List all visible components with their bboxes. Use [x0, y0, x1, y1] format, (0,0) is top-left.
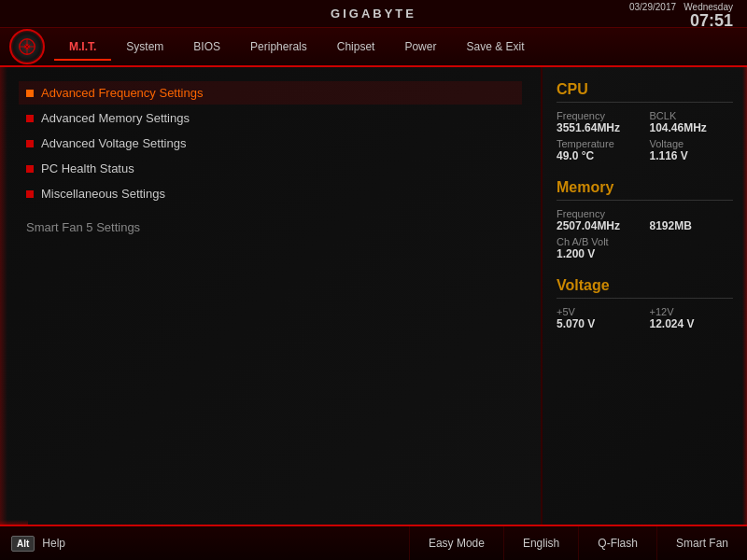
- nav-tab-save-exit[interactable]: Save & Exit: [451, 35, 539, 59]
- help-section: Alt Help: [0, 536, 77, 552]
- easy-mode-button[interactable]: Easy Mode: [409, 526, 503, 560]
- menu-dot: [26, 90, 34, 97]
- cpu-info-grid: Frequency 3551.64MHz BCLK 104.46MHz Temp…: [557, 110, 733, 162]
- v5-value: 5.070 V: [557, 317, 641, 330]
- menu-item-voltage[interactable]: Advanced Voltage Settings: [19, 132, 522, 155]
- menu-dot: [26, 140, 34, 147]
- brand-logo: [9, 29, 45, 64]
- bottom-bar: Alt Help Easy Mode English Q-Flash Smart…: [0, 525, 747, 560]
- cpu-bclk-label: BCLK: [650, 110, 734, 121]
- cpu-temp-label: Temperature: [557, 138, 641, 149]
- voltage-grid: +5V 5.070 V +12V 12.024 V: [557, 306, 733, 330]
- menu-item-freq[interactable]: Advanced Frequency Settings: [19, 81, 522, 105]
- nav-tab-power[interactable]: Power: [389, 35, 451, 59]
- menu-item-misc[interactable]: Miscellaneous Settings: [19, 182, 522, 205]
- memory-section: Memory Frequency 2507.04MHz 8192MB Ch A/…: [557, 179, 733, 260]
- help-text: Help: [42, 537, 65, 550]
- cpu-volt-label: Voltage: [650, 138, 734, 149]
- cpu-volt-value: 1.116 V: [650, 149, 734, 162]
- smart-fan-button[interactable]: Smart Fan: [656, 526, 747, 560]
- voltage-section: Voltage +5V 5.070 V +12V 12.024 V: [557, 277, 733, 330]
- nav-bar: M.I.T. System BIOS Peripherals Chipset P…: [0, 28, 747, 67]
- nav-tab-chipset[interactable]: Chipset: [322, 35, 390, 59]
- menu-dot: [26, 115, 34, 122]
- menu-dot: [26, 190, 34, 198]
- menu-item-health[interactable]: PC Health Status: [19, 157, 522, 180]
- v5-label: +5V: [557, 306, 641, 317]
- cpu-freq-value: 3551.64MHz: [557, 121, 641, 134]
- language-button[interactable]: English: [503, 526, 578, 560]
- qflash-button[interactable]: Q-Flash: [578, 526, 656, 560]
- cpu-bclk-value: 104.46MHz: [650, 121, 734, 134]
- memory-title: Memory: [557, 179, 733, 201]
- nav-tab-peripherals[interactable]: Peripherals: [235, 35, 322, 59]
- mem-volt-label: Ch A/B Volt: [557, 236, 733, 247]
- main-content: Advanced Frequency Settings Advanced Mem…: [0, 67, 747, 525]
- top-bar: GIGABYTE 03/29/2017 Wednesday 07:51: [0, 0, 747, 28]
- time-display: 07:51: [690, 11, 733, 30]
- memory-freq-grid: 2507.04MHz 8192MB: [557, 219, 733, 232]
- right-panel: CPU Frequency 3551.64MHz BCLK 104.46MHz …: [542, 67, 747, 525]
- cpu-title: CPU: [557, 81, 733, 103]
- v12-value: 12.024 V: [650, 317, 734, 330]
- brand-title: GIGABYTE: [331, 7, 416, 21]
- mem-freq-value: 2507.04MHz: [557, 219, 641, 232]
- cpu-temp-value: 49.0 °C: [557, 149, 641, 162]
- menu-item-smart-fan[interactable]: Smart Fan 5 Settings: [19, 213, 522, 238]
- nav-tab-bios[interactable]: BIOS: [178, 35, 235, 59]
- alt-badge: Alt: [11, 536, 35, 552]
- cpu-freq-label: Frequency: [557, 110, 641, 121]
- mem-freq-label: Frequency: [557, 208, 733, 219]
- nav-tabs: M.I.T. System BIOS Peripherals Chipset P…: [54, 35, 738, 59]
- menu-item-memory[interactable]: Advanced Memory Settings: [19, 106, 522, 130]
- mem-volt-value: 1.200 V: [557, 247, 733, 260]
- datetime: 03/29/2017 Wednesday 07:51: [629, 2, 733, 30]
- mem-size-value: 8192MB: [650, 219, 734, 232]
- nav-tab-mit[interactable]: M.I.T.: [54, 35, 111, 59]
- v12-label: +12V: [650, 306, 734, 317]
- bottom-actions: Easy Mode English Q-Flash Smart Fan: [409, 526, 747, 560]
- cpu-section: CPU Frequency 3551.64MHz BCLK 104.46MHz …: [557, 81, 733, 162]
- voltage-title: Voltage: [557, 277, 733, 299]
- left-panel: Advanced Frequency Settings Advanced Mem…: [0, 67, 542, 525]
- right-corner-decoration: [742, 67, 747, 525]
- nav-tab-system[interactable]: System: [111, 35, 178, 59]
- menu-dot: [26, 165, 34, 173]
